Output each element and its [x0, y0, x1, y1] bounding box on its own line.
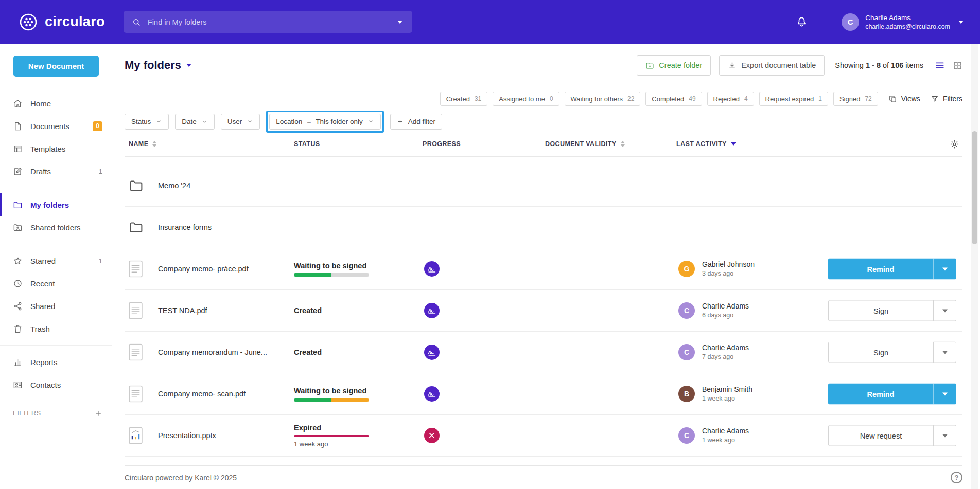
- location-filter-label: Location: [276, 118, 302, 125]
- activity-avatar: C: [678, 302, 695, 319]
- logo[interactable]: circularo: [19, 0, 105, 44]
- logo-text: circularo: [45, 14, 105, 30]
- scrollbar-thumb[interactable]: [972, 131, 977, 244]
- status-filter-dropdown[interactable]: Status: [125, 114, 169, 130]
- folder-row[interactable]: Insurance forms: [125, 207, 962, 248]
- chip-count: 22: [627, 95, 634, 102]
- clock-icon: [13, 279, 23, 288]
- main-content: My folders Create folder Export document…: [112, 44, 980, 489]
- status-chip-request-expired[interactable]: Request expired1: [759, 92, 828, 106]
- grid-view-icon[interactable]: [953, 61, 962, 70]
- sidebar-item-my-folders[interactable]: My folders: [0, 193, 112, 216]
- status-text: Created: [294, 306, 322, 315]
- status-chip-waiting-for-others[interactable]: Waiting for others22: [565, 92, 641, 106]
- new-request-button[interactable]: New request: [828, 425, 933, 446]
- date-filter-dropdown[interactable]: Date: [175, 114, 215, 130]
- page-title-dropdown[interactable]: My folders: [125, 59, 191, 72]
- user-filter-label: User: [227, 118, 242, 125]
- column-name[interactable]: NAME: [129, 132, 156, 156]
- search-scope-dropdown[interactable]: [388, 11, 412, 33]
- table-settings-gear-icon[interactable]: [950, 139, 959, 149]
- file-pdf-icon: [129, 261, 143, 278]
- column-progress[interactable]: PROGRESS: [423, 132, 461, 156]
- sidebar-item-label: Recent: [30, 279, 55, 288]
- status-cell: Waiting to be signed: [294, 373, 369, 414]
- action-dropdown-button[interactable]: [933, 342, 956, 363]
- chevron-down-icon: [942, 351, 948, 354]
- sidebar-item-shared-folders[interactable]: Shared folders: [0, 216, 112, 239]
- sidebar: New Document HomeDocuments0TemplatesDraf…: [0, 44, 112, 489]
- folder-row[interactable]: Memo '24: [125, 165, 962, 207]
- chip-count: 31: [475, 95, 481, 102]
- location-filter-dropdown[interactable]: Location = This folder only: [269, 114, 380, 130]
- document-row[interactable]: Company memo- scan.pdfWaiting to be sign…: [125, 373, 962, 415]
- document-row[interactable]: TEST NDA.pdfCreatedCCharlie Adams6 days …: [125, 290, 962, 332]
- status-chip-assigned-to-me[interactable]: Assigned to me0: [493, 92, 559, 106]
- sidebar-item-documents[interactable]: Documents0: [0, 115, 112, 137]
- user-filter-dropdown[interactable]: User: [221, 114, 260, 130]
- progress-bar-segment: [294, 398, 331, 402]
- help-icon[interactable]: ?: [951, 472, 962, 483]
- create-folder-button[interactable]: Create folder: [637, 55, 711, 76]
- sort-icon: [621, 141, 625, 147]
- status-chip-completed[interactable]: Completed49: [645, 92, 702, 106]
- sidebar-item-reports[interactable]: Reports: [0, 351, 112, 373]
- sidebar-item-starred[interactable]: Starred1: [0, 249, 112, 272]
- sidebar-item-label: Reports: [30, 358, 58, 367]
- sign-button[interactable]: Sign: [828, 342, 933, 363]
- sign-button[interactable]: Sign: [828, 300, 933, 321]
- views-button[interactable]: Views: [888, 95, 920, 103]
- add-filter-button[interactable]: Add filter: [390, 114, 442, 130]
- sidebar-item-count: 1: [98, 257, 102, 265]
- template-icon: [13, 144, 23, 154]
- status-chip-signed[interactable]: Signed72: [833, 92, 878, 106]
- sidebar-item-home[interactable]: Home: [0, 92, 112, 115]
- notifications-bell-icon[interactable]: [796, 16, 808, 28]
- sidebar-item-drafts[interactable]: Drafts1: [0, 160, 112, 183]
- column-document-validity[interactable]: DOCUMENT VALIDITY: [545, 132, 625, 156]
- new-document-button[interactable]: New Document: [13, 56, 99, 77]
- action-dropdown-button[interactable]: [933, 425, 956, 446]
- document-row[interactable]: Company memorandum - June...CreatedCChar…: [125, 332, 962, 373]
- chip-count: 72: [865, 95, 871, 102]
- document-row[interactable]: Presentation.pptxExpired1 week agoCCharl…: [125, 415, 962, 457]
- action-dropdown-button[interactable]: [933, 300, 956, 321]
- action-dropdown-button[interactable]: [933, 259, 956, 280]
- filters-button[interactable]: Filters: [931, 95, 962, 103]
- column-status[interactable]: STATUS: [294, 132, 320, 156]
- progress-bar-segment: [331, 398, 369, 402]
- sidebar-item-contacts[interactable]: Contacts: [0, 373, 112, 396]
- footer-text: Circularo powered by Karel © 2025: [125, 474, 237, 482]
- activity-text: Charlie Adams7 days ago: [702, 343, 749, 361]
- action-button-group: Remind: [828, 384, 956, 405]
- scrollbar-track[interactable]: [971, 44, 978, 489]
- sidebar-item-trash[interactable]: Trash: [0, 317, 112, 340]
- shared-folder-icon: [13, 223, 23, 232]
- search-placeholder: Find in My folders: [148, 18, 388, 26]
- remind-button[interactable]: Remind: [828, 384, 933, 405]
- status-chip-rejected[interactable]: Rejected4: [707, 92, 754, 106]
- export-document-table-button[interactable]: Export document table: [719, 55, 825, 76]
- sidebar-item-count: 1: [98, 168, 102, 175]
- chip-label: Rejected: [713, 95, 740, 103]
- reports-icon: [13, 357, 23, 367]
- document-row[interactable]: Company memo- práce.pdfWaiting to be sig…: [125, 248, 962, 290]
- remind-button[interactable]: Remind: [828, 259, 933, 280]
- column-last-activity[interactable]: LAST ACTIVITY: [676, 132, 736, 156]
- user-menu[interactable]: C Charlie Adams charlie.adams@circularo.…: [842, 13, 964, 31]
- action-dropdown-button[interactable]: [933, 384, 956, 405]
- chip-count: 0: [550, 95, 553, 102]
- status-chip-created[interactable]: Created31: [440, 92, 488, 106]
- sidebar-item-templates[interactable]: Templates: [0, 137, 112, 160]
- search-bar[interactable]: Find in My folders: [124, 11, 412, 33]
- activity-text: Gabriel Johnson3 days ago: [702, 260, 755, 278]
- list-view-icon[interactable]: [935, 60, 945, 70]
- sidebar-item-recent[interactable]: Recent: [0, 272, 112, 295]
- create-folder-label: Create folder: [659, 61, 702, 69]
- sidebar-item-shared[interactable]: Shared: [0, 295, 112, 317]
- add-sidebar-filter-plus-icon[interactable]: [94, 409, 102, 418]
- chevron-down-icon: [367, 118, 374, 125]
- document-name: Company memo- scan.pdf: [158, 390, 246, 398]
- sidebar-divider: [0, 244, 112, 244]
- circularo-logo-icon: [19, 12, 38, 32]
